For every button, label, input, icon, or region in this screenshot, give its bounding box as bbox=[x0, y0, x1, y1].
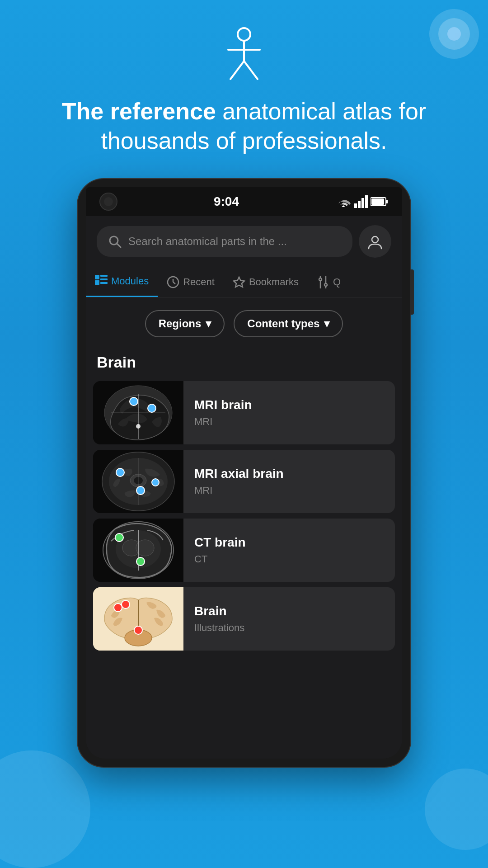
module-item-ct-brain[interactable]: CT brain CT bbox=[93, 519, 395, 582]
svg-point-54 bbox=[136, 557, 145, 566]
module-name-mri-axial: MRI axial brain bbox=[194, 467, 384, 481]
svg-point-34 bbox=[130, 397, 138, 406]
svg-point-36 bbox=[136, 424, 141, 429]
search-bar-container: Search anatomical parts in the ... bbox=[86, 216, 402, 267]
nav-tabs: Modules Recent Bookmarks bbox=[86, 267, 402, 297]
camera-inner bbox=[104, 197, 113, 206]
svg-rect-8 bbox=[365, 195, 368, 208]
phone-time: 9:04 bbox=[214, 194, 239, 209]
svg-point-25 bbox=[324, 283, 327, 286]
module-type-mri-axial: MRI bbox=[194, 485, 384, 496]
svg-point-58 bbox=[122, 600, 130, 609]
deco-circle-inner bbox=[438, 18, 470, 50]
svg-rect-11 bbox=[371, 198, 384, 205]
module-name-brain-illustration: Brain bbox=[194, 604, 384, 618]
svg-point-0 bbox=[238, 28, 250, 41]
module-item-mri-axial[interactable]: MRI axial brain MRI bbox=[93, 450, 395, 513]
svg-rect-19 bbox=[100, 282, 108, 284]
deco-circle-top-right bbox=[429, 9, 479, 59]
svg-point-24 bbox=[319, 278, 322, 281]
svg-line-4 bbox=[244, 61, 258, 79]
tab-recent-label: Recent bbox=[183, 276, 215, 288]
svg-line-13 bbox=[117, 243, 121, 247]
status-icons bbox=[335, 195, 389, 208]
svg-point-35 bbox=[148, 404, 156, 412]
status-bar: 9:04 bbox=[86, 187, 402, 216]
profile-button[interactable] bbox=[359, 225, 391, 258]
search-bar[interactable]: Search anatomical parts in the ... bbox=[97, 226, 352, 257]
deco-circle-dot bbox=[447, 27, 461, 41]
tab-search-label: Q bbox=[333, 276, 341, 288]
regions-chevron: ▾ bbox=[206, 317, 211, 330]
svg-point-59 bbox=[114, 604, 122, 612]
svg-line-22 bbox=[173, 282, 175, 284]
tab-modules[interactable]: Modules bbox=[86, 267, 158, 297]
svg-point-14 bbox=[372, 236, 378, 243]
user-icon bbox=[367, 233, 383, 250]
module-item-mri-brain[interactable]: MRI brain MRI bbox=[93, 381, 395, 444]
module-type-ct-brain: CT bbox=[194, 553, 384, 565]
module-info-brain-illustration: Brain Illustrations bbox=[183, 587, 395, 651]
regions-filter-button[interactable]: Regions ▾ bbox=[145, 310, 225, 337]
content-types-chevron: ▾ bbox=[324, 317, 329, 330]
svg-rect-16 bbox=[95, 280, 99, 285]
module-info-ct-brain: CT brain CT bbox=[183, 519, 395, 582]
hero-title: The reference anatomical atlas for thous… bbox=[0, 97, 488, 156]
phone-camera bbox=[99, 193, 117, 211]
modules-icon bbox=[95, 275, 108, 288]
module-name-mri-brain: MRI brain bbox=[194, 398, 384, 412]
section-title: Brain bbox=[97, 354, 391, 371]
svg-point-53 bbox=[115, 533, 123, 542]
deco-circle-bottom-right bbox=[425, 769, 488, 850]
module-info-mri-brain: MRI brain MRI bbox=[183, 381, 395, 444]
content-types-filter-button[interactable]: Content types ▾ bbox=[234, 310, 343, 337]
clock-icon bbox=[167, 276, 179, 288]
app-content: Search anatomical parts in the ... bbox=[86, 216, 402, 759]
regions-label: Regions bbox=[159, 317, 202, 330]
hero-section: The reference anatomical atlas for thous… bbox=[0, 0, 488, 178]
tab-recent[interactable]: Recent bbox=[158, 267, 224, 297]
signal-icon bbox=[354, 195, 368, 208]
svg-rect-10 bbox=[386, 200, 388, 203]
svg-rect-17 bbox=[100, 275, 108, 277]
star-icon bbox=[233, 276, 245, 288]
human-figure-icon bbox=[224, 27, 264, 83]
tab-bookmarks[interactable]: Bookmarks bbox=[224, 267, 308, 297]
tab-modules-label: Modules bbox=[111, 275, 149, 287]
app-background: The reference anatomical atlas for thous… bbox=[0, 0, 488, 868]
phone-mockup: 9:04 bbox=[77, 178, 411, 768]
svg-rect-5 bbox=[354, 203, 357, 208]
phone-side-button bbox=[410, 269, 414, 315]
filter-row: Regions ▾ Content types ▾ bbox=[86, 297, 402, 346]
module-thumbnail-brain-illustration bbox=[93, 587, 183, 651]
svg-point-60 bbox=[134, 626, 142, 634]
svg-point-45 bbox=[152, 479, 159, 486]
svg-rect-15 bbox=[95, 275, 99, 279]
svg-point-43 bbox=[116, 468, 124, 476]
svg-line-3 bbox=[230, 61, 244, 79]
module-thumbnail-mri-axial bbox=[93, 450, 183, 513]
search-placeholder: Search anatomical parts in the ... bbox=[128, 235, 287, 248]
content-types-label: Content types bbox=[247, 317, 319, 330]
svg-rect-7 bbox=[361, 198, 364, 208]
svg-rect-18 bbox=[100, 278, 108, 280]
module-type-mri-brain: MRI bbox=[194, 416, 384, 428]
module-thumbnail-ct-brain bbox=[93, 519, 183, 582]
battery-icon bbox=[371, 196, 389, 207]
svg-marker-23 bbox=[234, 277, 244, 287]
wifi-icon bbox=[335, 195, 352, 208]
filter-search-icon bbox=[317, 276, 329, 288]
module-list: MRI brain MRI bbox=[86, 377, 402, 654]
tab-bookmarks-label: Bookmarks bbox=[249, 276, 299, 288]
svg-point-44 bbox=[136, 486, 145, 495]
module-thumbnail-mri-brain bbox=[93, 381, 183, 444]
module-info-mri-axial: MRI axial brain MRI bbox=[183, 450, 395, 513]
section-header: Brain bbox=[86, 346, 402, 377]
deco-circle-bottom-left bbox=[0, 750, 90, 868]
svg-rect-6 bbox=[358, 201, 361, 208]
tab-filter-search[interactable]: Q bbox=[308, 267, 350, 297]
module-type-brain-illustration: Illustrations bbox=[194, 622, 384, 634]
search-icon bbox=[108, 234, 122, 249]
module-name-ct-brain: CT brain bbox=[194, 535, 384, 550]
module-item-brain-illustration[interactable]: Brain Illustrations bbox=[93, 587, 395, 651]
